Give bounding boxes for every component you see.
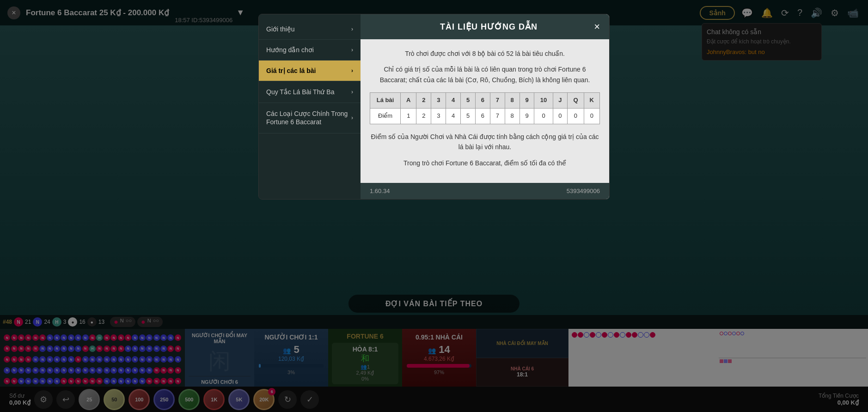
table-val-j: 0 xyxy=(553,108,568,124)
sidebar-item-huong-dan[interactable]: Hướng dẫn chơi › xyxy=(259,40,361,61)
table-header-a: A xyxy=(401,93,416,109)
table-header-10: 10 xyxy=(534,93,553,109)
table-header-label: Lá bài xyxy=(370,93,401,109)
table-header-j: J xyxy=(553,93,568,109)
table-val-8: 8 xyxy=(505,108,520,124)
table-header-k: K xyxy=(584,93,599,109)
table-header-2: 2 xyxy=(416,93,431,109)
content-paragraph-2: Chỉ có giá trị số của mỗi lá bài là có l… xyxy=(370,64,600,85)
table-val-3: 3 xyxy=(431,108,446,124)
table-header-8: 8 xyxy=(505,93,520,109)
chevron-right-icon: › xyxy=(351,115,353,121)
chevron-right-icon: › xyxy=(351,89,353,95)
modal-header: TÀI LIỆU HƯỚNG DẪN × xyxy=(361,14,609,39)
table-val-q: 0 xyxy=(568,108,584,124)
table-header-9: 9 xyxy=(520,93,534,109)
card-value-table: Lá bài A 2 3 4 5 6 7 8 9 10 J Q xyxy=(370,92,600,124)
chevron-right-icon: › xyxy=(351,67,353,74)
sidebar-item-quy-tac[interactable]: Quy Tắc Lá Bài Thứ Ba › xyxy=(259,81,361,103)
table-val-6: 6 xyxy=(475,108,490,124)
modal-footer: 1.60.34 5393499006 xyxy=(361,183,609,199)
sidebar-item-gia-tri[interactable]: Giá trị các lá bài › xyxy=(259,61,361,81)
table-val-7: 7 xyxy=(490,108,505,124)
session-id-label: 5393499006 xyxy=(567,188,600,194)
table-header-7: 7 xyxy=(490,93,505,109)
version-label: 1.60.34 xyxy=(370,188,390,194)
table-header-6: 6 xyxy=(475,93,490,109)
table-val-2: 2 xyxy=(416,108,431,124)
table-row-label: Điểm xyxy=(370,108,401,124)
table-val-4: 4 xyxy=(446,108,461,124)
modal-close-button[interactable]: × xyxy=(594,21,600,33)
table-header-q: Q xyxy=(568,93,584,109)
content-paragraph-3: Điểm số của Người Chơi và Nhà Cái được t… xyxy=(370,132,600,152)
sidebar-label: Các Loại Cược Chính Trong Fortune 6 Bacc… xyxy=(266,109,351,126)
table-val-5: 5 xyxy=(461,108,476,124)
content-paragraph-1: Trò chơi được chơi với 8 bộ bài có 52 lá… xyxy=(370,48,600,59)
help-modal: Giới thiệu › Hướng dẫn chơi › Giá trị cá… xyxy=(258,14,610,200)
chevron-right-icon: › xyxy=(351,47,353,53)
modal-overlay: Giới thiệu › Hướng dẫn chơi › Giá trị cá… xyxy=(0,0,868,412)
table-header-5: 5 xyxy=(461,93,476,109)
table-val-a: 1 xyxy=(401,108,416,124)
table-val-k: 0 xyxy=(584,108,599,124)
sidebar-label: Giới thiệu xyxy=(266,25,295,33)
table-header-4: 4 xyxy=(446,93,461,109)
table-val-9: 9 xyxy=(520,108,534,124)
modal-sidebar: Giới thiệu › Hướng dẫn chơi › Giá trị cá… xyxy=(259,14,361,199)
content-paragraph-4: Trong trò chơi Fortune 6 Baccarat, điểm … xyxy=(370,158,600,168)
table-header-3: 3 xyxy=(431,93,446,109)
modal-content-area: TÀI LIỆU HƯỚNG DẪN × Trò chơi được chơi … xyxy=(361,14,609,199)
sidebar-label: Quy Tắc Lá Bài Thứ Ba xyxy=(266,88,334,96)
sidebar-label: Giá trị các lá bài xyxy=(266,67,316,74)
sidebar-item-gioi-thieu[interactable]: Giới thiệu › xyxy=(259,19,361,40)
sidebar-item-cac-loai[interactable]: Các Loại Cược Chính Trong Fortune 6 Bacc… xyxy=(259,103,361,133)
sidebar-label: Hướng dẫn chơi xyxy=(266,46,314,54)
modal-title: TÀI LIỆU HƯỚNG DẪN xyxy=(384,22,594,32)
modal-body: Trò chơi được chơi với 8 bộ bài có 52 lá… xyxy=(361,39,609,183)
table-val-10: 0 xyxy=(534,108,553,124)
chevron-right-icon: › xyxy=(351,26,353,32)
